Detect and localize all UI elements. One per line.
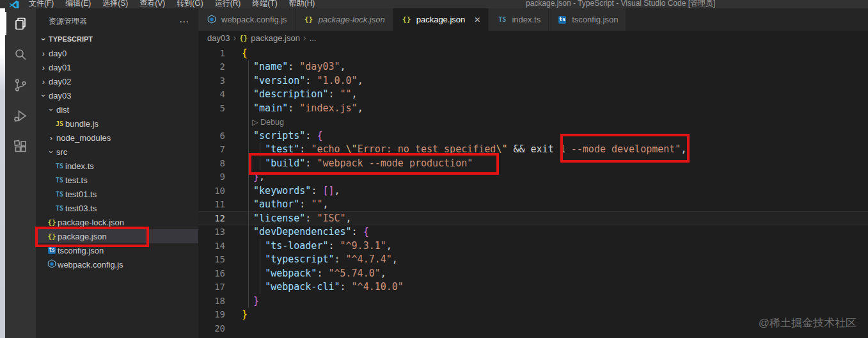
menu-item-6[interactable]: 终端(T) bbox=[246, 0, 283, 8]
tsconfig-file-icon: ts bbox=[556, 16, 568, 24]
line-number[interactable]: 1 bbox=[198, 48, 225, 58]
codelens-debug-link[interactable]: ▷ Debug bbox=[252, 117, 284, 127]
tree-item-test.ts[interactable]: TStest.ts bbox=[36, 173, 198, 187]
line-number[interactable]: 13 bbox=[198, 227, 225, 237]
line-number[interactable]: 11 bbox=[198, 199, 225, 209]
code-line-17[interactable]: 17 "webpack-cli": "^4.10.0" bbox=[198, 280, 868, 294]
tab-tsconfig.json[interactable]: tstsconfig.json bbox=[549, 8, 626, 31]
tab-index.ts[interactable]: TSindex.ts bbox=[489, 8, 548, 31]
tree-item-label: package-lock.json bbox=[58, 218, 124, 227]
menu-item-5[interactable]: 运行(R) bbox=[209, 0, 247, 8]
line-number[interactable]: 18 bbox=[198, 296, 225, 306]
explorer-title: 资源管理器 bbox=[49, 16, 87, 27]
line-number[interactable]: 9 bbox=[198, 172, 225, 182]
tree-item-test03.ts[interactable]: TStest03.ts bbox=[36, 201, 198, 215]
code-line-12[interactable]: 12 "license": "ISC", bbox=[198, 211, 868, 225]
code-line-3[interactable]: 3 "version": "1.0.0", bbox=[198, 74, 868, 88]
webpack-file-icon bbox=[206, 15, 217, 25]
tab-package-lock.json[interactable]: {}package-lock.json bbox=[296, 8, 393, 31]
breadcrumb-item-...[interactable]: ... bbox=[310, 33, 317, 43]
code-line-16[interactable]: 16 "webpack": "^5.74.0", bbox=[198, 266, 868, 280]
tree-item-index.ts[interactable]: TSindex.ts bbox=[36, 159, 198, 173]
code-line-text: "license": "ISC", bbox=[242, 213, 352, 224]
line-number[interactable]: 4 bbox=[198, 89, 225, 99]
tree-item-bundle.js[interactable]: JSbundle.js bbox=[36, 117, 198, 131]
menu-bar: 文件(F)编辑(E)选择(S)查看(V)转到(G)运行(R)终端(T)帮助(H) bbox=[23, 0, 320, 8]
code-line-10[interactable]: 10 "keywords": [], bbox=[198, 184, 868, 198]
line-number[interactable]: 15 bbox=[198, 254, 225, 264]
tree-item-day0[interactable]: ›day0 bbox=[36, 46, 198, 60]
code-line-4[interactable]: 4 "description": "", bbox=[198, 88, 868, 102]
tree-item-label: bundle.js bbox=[65, 119, 99, 129]
tab-webpack.config.js[interactable]: webpack.config.js bbox=[198, 8, 295, 31]
json-file-icon: {} bbox=[46, 218, 58, 227]
code-line-6[interactable]: 6 "scripts": { bbox=[198, 129, 868, 143]
breadcrumb-item-day03[interactable]: day03 bbox=[207, 33, 230, 43]
tree-item-label: day01 bbox=[49, 63, 71, 72]
code-line-15[interactable]: 15 "typescript": "^4.7.4", bbox=[198, 253, 868, 267]
title-bar: 文件(F)编辑(E)选择(S)查看(V)转到(G)运行(R)终端(T)帮助(H)… bbox=[0, 0, 868, 8]
line-number[interactable]: 2 bbox=[198, 61, 225, 72]
chevron-right-icon: › bbox=[46, 133, 56, 143]
tree-item-test01.ts[interactable]: TStest01.ts bbox=[36, 187, 198, 201]
line-number[interactable]: 14 bbox=[198, 241, 225, 251]
close-tab-icon[interactable]: ✕ bbox=[474, 15, 480, 24]
code-line-14[interactable]: 14 "ts-loader": "^9.3.1", bbox=[198, 239, 868, 253]
menu-item-7[interactable]: 帮助(H) bbox=[283, 0, 321, 8]
highlight-box-mode-development bbox=[560, 134, 690, 163]
tree-item-node_modules[interactable]: ›node_modules bbox=[36, 131, 198, 145]
code-line-2[interactable]: 2 "name": "day03", bbox=[198, 60, 868, 74]
codelens-debug[interactable]: ▷ Debug bbox=[198, 115, 868, 129]
tab-label: index.ts bbox=[512, 15, 541, 24]
webpack-file-icon bbox=[46, 259, 58, 270]
tree-item-label: day02 bbox=[49, 77, 71, 86]
code-line-1[interactable]: 1{ bbox=[198, 46, 868, 60]
json-file-icon: {} bbox=[401, 15, 413, 24]
line-number[interactable]: 7 bbox=[198, 144, 225, 154]
code-line-5[interactable]: 5 "main": "index.js", bbox=[198, 101, 868, 115]
activitybar-source-control-icon[interactable] bbox=[5, 70, 36, 101]
line-number[interactable]: 6 bbox=[198, 131, 225, 141]
explorer-more-actions-icon[interactable]: ⋯ bbox=[179, 16, 189, 28]
menu-item-1[interactable]: 编辑(E) bbox=[59, 0, 97, 8]
code-line-18[interactable]: 18 } bbox=[198, 294, 868, 308]
chevron-down-icon: › bbox=[47, 147, 56, 157]
tree-item-dist[interactable]: ›dist bbox=[36, 102, 198, 117]
menu-item-2[interactable]: 选择(S) bbox=[97, 0, 134, 8]
code-line-text: "webpack-cli": "^4.10.0" bbox=[242, 281, 404, 293]
chevron-right-icon: › bbox=[38, 77, 49, 86]
menu-item-0[interactable]: 文件(F) bbox=[23, 0, 59, 8]
line-number[interactable]: 3 bbox=[198, 76, 225, 86]
section-typescript[interactable]: › TYPESCRIPT bbox=[36, 32, 198, 46]
code-line-text: "ts-loader": "^9.3.1", bbox=[242, 240, 392, 252]
tree-item-label: dist bbox=[56, 105, 69, 115]
line-number[interactable]: 10 bbox=[198, 186, 225, 196]
activitybar-search-icon[interactable] bbox=[5, 39, 36, 70]
tree-item-day03[interactable]: ›day03 bbox=[36, 88, 198, 102]
tree-item-src[interactable]: ›src bbox=[36, 145, 198, 159]
activitybar-extensions-icon[interactable] bbox=[5, 131, 36, 162]
menu-item-4[interactable]: 转到(G) bbox=[171, 0, 209, 8]
code-line-11[interactable]: 11 "author": "", bbox=[198, 198, 868, 212]
activitybar-explorer-icon[interactable] bbox=[5, 8, 36, 39]
line-number[interactable]: 16 bbox=[198, 268, 225, 278]
tab-label: tsconfig.json bbox=[572, 15, 618, 24]
activitybar-run-debug-icon[interactable] bbox=[5, 101, 36, 131]
tree-item-day01[interactable]: ›day01 bbox=[36, 60, 198, 74]
highlight-box-sidebar-package-json bbox=[35, 227, 149, 247]
tree-item-label: day03 bbox=[49, 91, 71, 101]
tree-item-day02[interactable]: ›day02 bbox=[36, 74, 198, 88]
line-number[interactable]: 8 bbox=[198, 158, 225, 168]
chevron-down-icon: › bbox=[39, 34, 49, 44]
code-line-13[interactable]: 13 "devDependencies": { bbox=[198, 225, 868, 239]
line-number[interactable]: 19 bbox=[198, 309, 225, 319]
menu-item-3[interactable]: 查看(V) bbox=[134, 0, 171, 8]
tree-item-webpack.config.js[interactable]: webpack.config.js bbox=[36, 257, 198, 271]
line-number[interactable]: 17 bbox=[198, 282, 225, 292]
line-number[interactable]: 5 bbox=[198, 103, 225, 113]
line-number[interactable]: 20 bbox=[198, 323, 225, 334]
line-number[interactable]: 12 bbox=[198, 213, 225, 223]
tab-package.json[interactable]: {}package.json✕ bbox=[393, 8, 489, 31]
code-line-text: "devDependencies": { bbox=[242, 226, 369, 237]
breadcrumb-item-package.json[interactable]: package.json bbox=[251, 33, 300, 43]
